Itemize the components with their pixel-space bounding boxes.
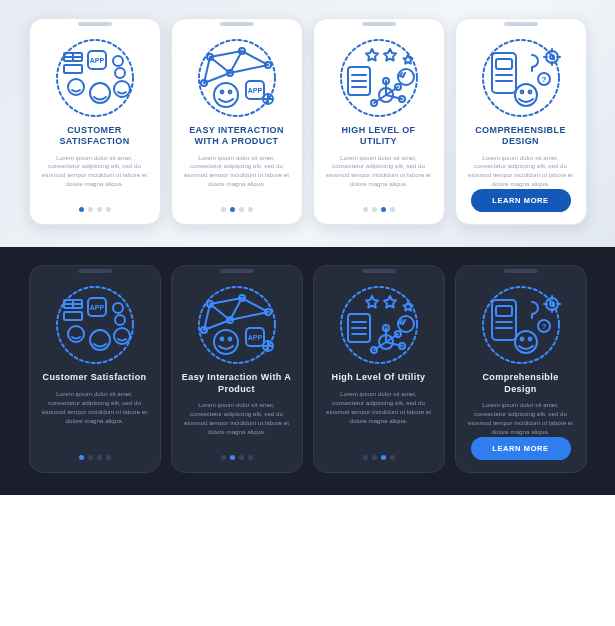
dot[interactable] bbox=[363, 207, 368, 212]
dot[interactable] bbox=[230, 455, 235, 460]
svg-point-54 bbox=[113, 303, 123, 313]
dot[interactable] bbox=[97, 207, 102, 212]
phone-notch bbox=[362, 269, 396, 273]
slide-desc: Lorem ipsum dolor sit amet, consectetur … bbox=[462, 401, 580, 437]
svg-point-89 bbox=[528, 338, 531, 341]
svg-point-88 bbox=[520, 338, 523, 341]
customer-satisfaction-icon: APP bbox=[40, 37, 150, 119]
svg-point-24 bbox=[341, 40, 417, 116]
slide-title: COMPREHENSIBLE DESIGN bbox=[462, 125, 580, 148]
svg-point-58 bbox=[114, 328, 130, 344]
page-dots bbox=[221, 199, 253, 214]
slide-title: HIGH LEVEL OF UTILITY bbox=[320, 125, 438, 148]
dot[interactable] bbox=[390, 207, 395, 212]
phone-notch bbox=[362, 22, 396, 26]
slide-desc: Lorem ipsum dolor sit amet, consectetur … bbox=[36, 154, 154, 190]
slide-desc: Lorem ipsum dolor sit amet, consectetur … bbox=[178, 401, 296, 437]
svg-rect-84 bbox=[496, 306, 512, 316]
svg-point-8 bbox=[115, 68, 125, 78]
dot[interactable] bbox=[372, 455, 377, 460]
phone-light-4: ? COMPREHENSIBLE DESIGN Lorem ipsum dolo… bbox=[455, 18, 587, 225]
svg-text:APP: APP bbox=[89, 57, 104, 64]
dot[interactable] bbox=[106, 207, 111, 212]
dot[interactable] bbox=[88, 207, 93, 212]
light-row: APP CUSTOMER SATISFACTION Lorem ipsum do… bbox=[0, 0, 615, 247]
slide-desc: Lorem ipsum dolor sit amet, consectetur … bbox=[36, 390, 154, 426]
page-dots bbox=[79, 447, 111, 462]
slide-desc: Lorem ipsum dolor sit amet, consectetur … bbox=[320, 390, 438, 426]
page-dots bbox=[363, 447, 395, 462]
slide-title: Easy Interaction With A Product bbox=[178, 372, 296, 395]
slide-desc: Lorem ipsum dolor sit amet, consectetur … bbox=[178, 154, 296, 190]
slide-title: Comprehensible Design bbox=[462, 372, 580, 395]
dot[interactable] bbox=[381, 207, 386, 212]
dot[interactable] bbox=[221, 207, 226, 212]
page-dots bbox=[221, 447, 253, 462]
svg-point-18 bbox=[214, 83, 238, 107]
dot[interactable] bbox=[239, 455, 244, 460]
svg-point-55 bbox=[115, 315, 125, 325]
dot[interactable] bbox=[248, 455, 253, 460]
slide-title: Customer Satisfaction bbox=[39, 372, 151, 383]
dot[interactable] bbox=[97, 455, 102, 460]
svg-point-42 bbox=[528, 91, 531, 94]
high-utility-icon bbox=[324, 284, 434, 366]
phone-light-1: APP CUSTOMER SATISFACTION Lorem ipsum do… bbox=[29, 18, 161, 225]
comprehensible-design-icon: ? bbox=[466, 37, 576, 119]
svg-point-56 bbox=[68, 326, 84, 342]
phone-notch bbox=[504, 269, 538, 273]
phone-dark-3: High Level Of Utility Lorem ipsum dolor … bbox=[313, 265, 445, 472]
comprehensible-design-icon: ? bbox=[466, 284, 576, 366]
svg-rect-37 bbox=[496, 59, 512, 69]
learn-more-button[interactable]: LEARN MORE bbox=[471, 189, 571, 212]
dot[interactable] bbox=[106, 455, 111, 460]
phone-notch bbox=[504, 22, 538, 26]
svg-point-20 bbox=[228, 91, 231, 94]
page-dots bbox=[79, 199, 111, 214]
dot[interactable] bbox=[381, 455, 386, 460]
dot[interactable] bbox=[221, 455, 226, 460]
learn-more-button[interactable]: LEARN MORE bbox=[471, 437, 571, 460]
svg-rect-4 bbox=[64, 65, 82, 73]
slide-desc: Lorem ipsum dolor sit amet, consectetur … bbox=[462, 154, 580, 190]
page-dots bbox=[363, 199, 395, 214]
phone-dark-4: ? Comprehensible Design Lorem ipsum dolo… bbox=[455, 265, 587, 472]
svg-text:APP: APP bbox=[247, 334, 262, 341]
svg-point-71 bbox=[341, 287, 417, 363]
svg-point-19 bbox=[220, 91, 223, 94]
dot[interactable] bbox=[88, 455, 93, 460]
dot[interactable] bbox=[239, 207, 244, 212]
svg-point-67 bbox=[228, 338, 231, 341]
customer-satisfaction-icon: APP bbox=[40, 284, 150, 366]
dot[interactable] bbox=[363, 455, 368, 460]
phone-notch bbox=[78, 269, 112, 273]
phone-notch bbox=[220, 22, 254, 26]
dot[interactable] bbox=[248, 207, 253, 212]
slide-title: High Level Of Utility bbox=[328, 372, 430, 383]
svg-text:APP: APP bbox=[247, 87, 262, 94]
easy-interaction-icon: APP bbox=[182, 284, 292, 366]
svg-text:?: ? bbox=[541, 75, 546, 84]
phone-dark-2: APP Easy Interaction With A Product Lore… bbox=[171, 265, 303, 472]
phone-dark-1: APP Customer Satisfaction Lorem ipsum do… bbox=[29, 265, 161, 472]
svg-text:APP: APP bbox=[89, 304, 104, 311]
phone-light-2: APP EASY INTERACTION WITH A PRODUCT Lore… bbox=[171, 18, 303, 225]
dark-row: APP Customer Satisfaction Lorem ipsum do… bbox=[0, 247, 615, 494]
phone-light-3: HIGH LEVEL OF UTILITY Lorem ipsum dolor … bbox=[313, 18, 445, 225]
svg-point-9 bbox=[68, 79, 84, 95]
svg-point-41 bbox=[520, 91, 523, 94]
dot[interactable] bbox=[230, 207, 235, 212]
high-utility-icon bbox=[324, 37, 434, 119]
svg-point-66 bbox=[220, 338, 223, 341]
slide-desc: Lorem ipsum dolor sit amet, consectetur … bbox=[320, 154, 438, 190]
slide-title: CUSTOMER SATISFACTION bbox=[36, 125, 154, 148]
slide-title: EASY INTERACTION WITH A PRODUCT bbox=[178, 125, 296, 148]
dot[interactable] bbox=[390, 455, 395, 460]
dot[interactable] bbox=[79, 207, 84, 212]
svg-point-11 bbox=[114, 81, 130, 97]
phone-notch bbox=[78, 22, 112, 26]
phone-notch bbox=[220, 269, 254, 273]
easy-interaction-icon: APP bbox=[182, 37, 292, 119]
dot[interactable] bbox=[79, 455, 84, 460]
dot[interactable] bbox=[372, 207, 377, 212]
